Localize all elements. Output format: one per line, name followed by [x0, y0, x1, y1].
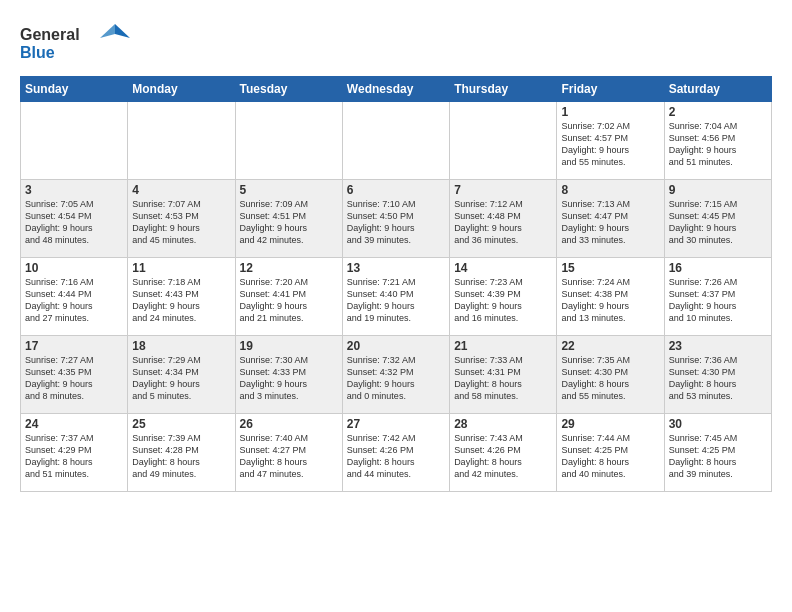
calendar-cell: 20Sunrise: 7:32 AM Sunset: 4:32 PM Dayli… — [342, 336, 449, 414]
calendar-cell: 18Sunrise: 7:29 AM Sunset: 4:34 PM Dayli… — [128, 336, 235, 414]
day-info: Sunrise: 7:05 AM Sunset: 4:54 PM Dayligh… — [25, 198, 123, 247]
calendar-cell: 5Sunrise: 7:09 AM Sunset: 4:51 PM Daylig… — [235, 180, 342, 258]
calendar-cell: 19Sunrise: 7:30 AM Sunset: 4:33 PM Dayli… — [235, 336, 342, 414]
day-number: 4 — [132, 183, 230, 197]
weekday-header-sunday: Sunday — [21, 77, 128, 102]
day-number: 2 — [669, 105, 767, 119]
weekday-header-thursday: Thursday — [450, 77, 557, 102]
calendar-table: SundayMondayTuesdayWednesdayThursdayFrid… — [20, 76, 772, 492]
day-info: Sunrise: 7:43 AM Sunset: 4:26 PM Dayligh… — [454, 432, 552, 481]
calendar-cell: 9Sunrise: 7:15 AM Sunset: 4:45 PM Daylig… — [664, 180, 771, 258]
day-number: 9 — [669, 183, 767, 197]
day-number: 12 — [240, 261, 338, 275]
day-number: 21 — [454, 339, 552, 353]
day-info: Sunrise: 7:42 AM Sunset: 4:26 PM Dayligh… — [347, 432, 445, 481]
day-info: Sunrise: 7:45 AM Sunset: 4:25 PM Dayligh… — [669, 432, 767, 481]
day-number: 7 — [454, 183, 552, 197]
calendar-cell: 30Sunrise: 7:45 AM Sunset: 4:25 PM Dayli… — [664, 414, 771, 492]
day-info: Sunrise: 7:20 AM Sunset: 4:41 PM Dayligh… — [240, 276, 338, 325]
logo-text: General Blue — [20, 20, 130, 68]
calendar-cell: 27Sunrise: 7:42 AM Sunset: 4:26 PM Dayli… — [342, 414, 449, 492]
day-info: Sunrise: 7:15 AM Sunset: 4:45 PM Dayligh… — [669, 198, 767, 247]
day-info: Sunrise: 7:40 AM Sunset: 4:27 PM Dayligh… — [240, 432, 338, 481]
day-info: Sunrise: 7:26 AM Sunset: 4:37 PM Dayligh… — [669, 276, 767, 325]
day-info: Sunrise: 7:07 AM Sunset: 4:53 PM Dayligh… — [132, 198, 230, 247]
calendar-cell: 29Sunrise: 7:44 AM Sunset: 4:25 PM Dayli… — [557, 414, 664, 492]
calendar-week-5: 24Sunrise: 7:37 AM Sunset: 4:29 PM Dayli… — [21, 414, 772, 492]
calendar-cell: 26Sunrise: 7:40 AM Sunset: 4:27 PM Dayli… — [235, 414, 342, 492]
calendar-cell: 22Sunrise: 7:35 AM Sunset: 4:30 PM Dayli… — [557, 336, 664, 414]
day-info: Sunrise: 7:32 AM Sunset: 4:32 PM Dayligh… — [347, 354, 445, 403]
day-info: Sunrise: 7:12 AM Sunset: 4:48 PM Dayligh… — [454, 198, 552, 247]
calendar-cell: 24Sunrise: 7:37 AM Sunset: 4:29 PM Dayli… — [21, 414, 128, 492]
calendar-week-4: 17Sunrise: 7:27 AM Sunset: 4:35 PM Dayli… — [21, 336, 772, 414]
calendar-cell: 15Sunrise: 7:24 AM Sunset: 4:38 PM Dayli… — [557, 258, 664, 336]
calendar-cell: 23Sunrise: 7:36 AM Sunset: 4:30 PM Dayli… — [664, 336, 771, 414]
day-info: Sunrise: 7:37 AM Sunset: 4:29 PM Dayligh… — [25, 432, 123, 481]
day-number: 6 — [347, 183, 445, 197]
calendar-cell: 1Sunrise: 7:02 AM Sunset: 4:57 PM Daylig… — [557, 102, 664, 180]
day-info: Sunrise: 7:24 AM Sunset: 4:38 PM Dayligh… — [561, 276, 659, 325]
day-number: 8 — [561, 183, 659, 197]
calendar-cell: 21Sunrise: 7:33 AM Sunset: 4:31 PM Dayli… — [450, 336, 557, 414]
logo: General Blue — [20, 20, 130, 68]
svg-marker-3 — [100, 24, 115, 38]
calendar-week-1: 1Sunrise: 7:02 AM Sunset: 4:57 PM Daylig… — [21, 102, 772, 180]
day-info: Sunrise: 7:21 AM Sunset: 4:40 PM Dayligh… — [347, 276, 445, 325]
calendar-cell — [128, 102, 235, 180]
day-number: 24 — [25, 417, 123, 431]
day-info: Sunrise: 7:44 AM Sunset: 4:25 PM Dayligh… — [561, 432, 659, 481]
day-info: Sunrise: 7:33 AM Sunset: 4:31 PM Dayligh… — [454, 354, 552, 403]
calendar-cell — [450, 102, 557, 180]
day-number: 28 — [454, 417, 552, 431]
day-number: 5 — [240, 183, 338, 197]
day-info: Sunrise: 7:29 AM Sunset: 4:34 PM Dayligh… — [132, 354, 230, 403]
calendar-cell: 4Sunrise: 7:07 AM Sunset: 4:53 PM Daylig… — [128, 180, 235, 258]
page: General Blue SundayMondayTuesdayWednesda… — [0, 0, 792, 612]
day-number: 19 — [240, 339, 338, 353]
day-info: Sunrise: 7:27 AM Sunset: 4:35 PM Dayligh… — [25, 354, 123, 403]
calendar-cell: 13Sunrise: 7:21 AM Sunset: 4:40 PM Dayli… — [342, 258, 449, 336]
day-number: 25 — [132, 417, 230, 431]
day-number: 1 — [561, 105, 659, 119]
calendar-cell — [342, 102, 449, 180]
logo-icon: General Blue — [20, 20, 130, 64]
calendar-cell — [235, 102, 342, 180]
day-info: Sunrise: 7:18 AM Sunset: 4:43 PM Dayligh… — [132, 276, 230, 325]
day-info: Sunrise: 7:13 AM Sunset: 4:47 PM Dayligh… — [561, 198, 659, 247]
day-info: Sunrise: 7:35 AM Sunset: 4:30 PM Dayligh… — [561, 354, 659, 403]
day-info: Sunrise: 7:04 AM Sunset: 4:56 PM Dayligh… — [669, 120, 767, 169]
calendar-cell: 8Sunrise: 7:13 AM Sunset: 4:47 PM Daylig… — [557, 180, 664, 258]
calendar-cell: 6Sunrise: 7:10 AM Sunset: 4:50 PM Daylig… — [342, 180, 449, 258]
calendar-cell — [21, 102, 128, 180]
day-info: Sunrise: 7:16 AM Sunset: 4:44 PM Dayligh… — [25, 276, 123, 325]
day-number: 22 — [561, 339, 659, 353]
day-number: 17 — [25, 339, 123, 353]
day-info: Sunrise: 7:23 AM Sunset: 4:39 PM Dayligh… — [454, 276, 552, 325]
calendar-cell: 7Sunrise: 7:12 AM Sunset: 4:48 PM Daylig… — [450, 180, 557, 258]
day-info: Sunrise: 7:36 AM Sunset: 4:30 PM Dayligh… — [669, 354, 767, 403]
calendar-cell: 28Sunrise: 7:43 AM Sunset: 4:26 PM Dayli… — [450, 414, 557, 492]
day-number: 3 — [25, 183, 123, 197]
day-number: 10 — [25, 261, 123, 275]
day-info: Sunrise: 7:39 AM Sunset: 4:28 PM Dayligh… — [132, 432, 230, 481]
day-number: 23 — [669, 339, 767, 353]
calendar-week-3: 10Sunrise: 7:16 AM Sunset: 4:44 PM Dayli… — [21, 258, 772, 336]
svg-text:General: General — [20, 26, 80, 43]
day-info: Sunrise: 7:02 AM Sunset: 4:57 PM Dayligh… — [561, 120, 659, 169]
weekday-header-tuesday: Tuesday — [235, 77, 342, 102]
calendar-cell: 2Sunrise: 7:04 AM Sunset: 4:56 PM Daylig… — [664, 102, 771, 180]
day-info: Sunrise: 7:09 AM Sunset: 4:51 PM Dayligh… — [240, 198, 338, 247]
calendar-cell: 11Sunrise: 7:18 AM Sunset: 4:43 PM Dayli… — [128, 258, 235, 336]
weekday-header-row: SundayMondayTuesdayWednesdayThursdayFrid… — [21, 77, 772, 102]
calendar-cell: 16Sunrise: 7:26 AM Sunset: 4:37 PM Dayli… — [664, 258, 771, 336]
calendar-cell: 12Sunrise: 7:20 AM Sunset: 4:41 PM Dayli… — [235, 258, 342, 336]
day-number: 11 — [132, 261, 230, 275]
day-info: Sunrise: 7:10 AM Sunset: 4:50 PM Dayligh… — [347, 198, 445, 247]
day-number: 29 — [561, 417, 659, 431]
calendar-cell: 14Sunrise: 7:23 AM Sunset: 4:39 PM Dayli… — [450, 258, 557, 336]
calendar-cell: 3Sunrise: 7:05 AM Sunset: 4:54 PM Daylig… — [21, 180, 128, 258]
day-number: 14 — [454, 261, 552, 275]
calendar-cell: 10Sunrise: 7:16 AM Sunset: 4:44 PM Dayli… — [21, 258, 128, 336]
day-number: 15 — [561, 261, 659, 275]
